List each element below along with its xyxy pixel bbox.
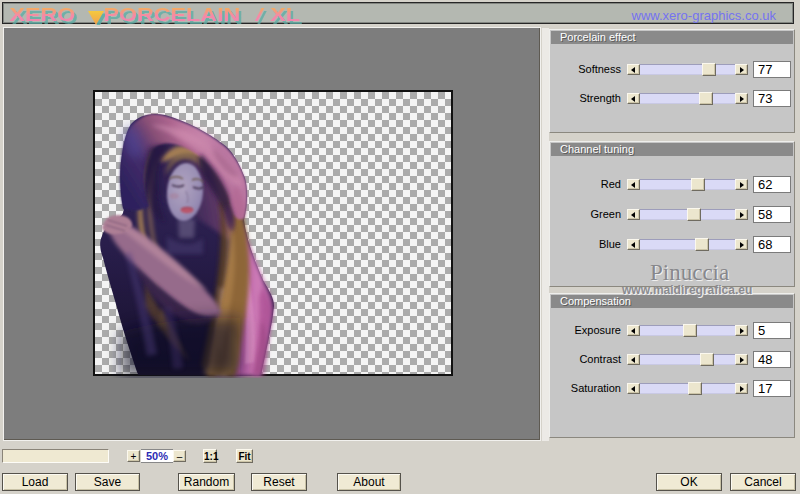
svg-text:PORCELAIN: PORCELAIN bbox=[103, 5, 240, 25]
svg-text:XERO: XERO bbox=[9, 5, 75, 25]
svg-text:XL: XL bbox=[270, 5, 300, 25]
